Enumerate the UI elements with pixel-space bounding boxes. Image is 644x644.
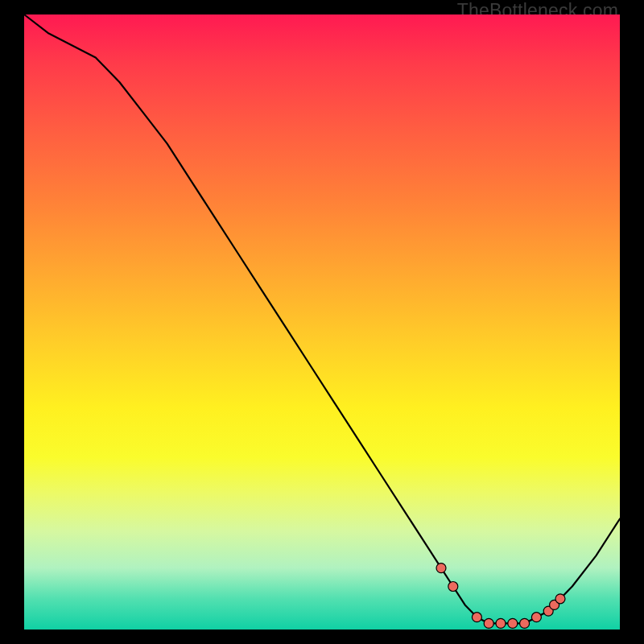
plot-area [24,14,620,630]
highlight-dot [555,594,565,604]
highlight-dot [496,618,506,628]
highlight-dots [436,564,565,629]
highlight-dot [520,618,530,628]
highlight-dot [472,613,481,622]
highlight-dot [508,618,518,628]
bottleneck-curve [24,14,620,623]
highlight-dot [448,582,458,592]
curve-svg [24,14,620,630]
highlight-dot [531,613,541,622]
highlight-dot [436,564,446,573]
highlight-dot [484,618,493,628]
chart-frame: TheBottleneck.com [0,0,644,644]
